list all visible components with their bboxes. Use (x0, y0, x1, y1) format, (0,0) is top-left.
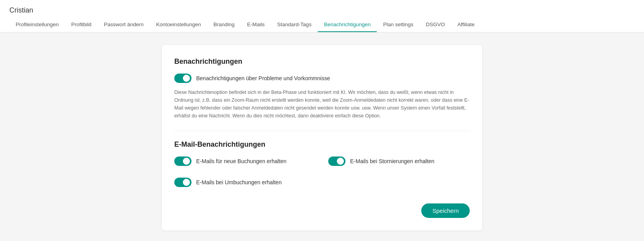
notifications-toggle-label: Benachrichtigungen über Probleme und Vor… (196, 75, 330, 81)
main-content: Benachrichtigungen Benachrichtigungen üb… (0, 32, 644, 241)
umbuchungen-slider[interactable] (174, 178, 191, 187)
umbuchungen-toggle[interactable] (174, 178, 191, 187)
notifications-description: Diese Nachrichtenoption befindet sich in… (174, 88, 470, 120)
neue-buchungen-row: E-Mails für neue Buchungen erhalten (174, 156, 316, 166)
nav-tabs: ProfileinstellungenProfilbildPasswort än… (9, 18, 635, 32)
save-row: Speichern (174, 203, 470, 218)
nav-tab-affiliate[interactable]: Affiliate (451, 18, 481, 32)
nav-tab-profilbild[interactable]: Profilbild (65, 18, 98, 32)
nav-tab-emails[interactable]: E-Mails (241, 18, 271, 32)
save-button[interactable]: Speichern (421, 203, 470, 218)
neue-buchungen-slider[interactable] (174, 156, 191, 166)
header: Cristian ProfileinstellungenProfilbildPa… (0, 0, 644, 32)
umbuchungen-label: E-Mails bei Umbuchungen erhalten (196, 179, 282, 185)
neue-buchungen-toggle[interactable] (174, 156, 191, 166)
umbuchungen-row: E-Mails bei Umbuchungen erhalten (174, 178, 316, 187)
nav-tab-dsgvo[interactable]: DSGVO (420, 18, 451, 32)
nav-tab-standard-tags[interactable]: Standard-Tags (271, 18, 318, 32)
stornierungen-label: E-Mails bei Stornierungen erhalten (350, 158, 435, 164)
stornierungen-toggle[interactable] (328, 156, 345, 166)
nav-tab-branding[interactable]: Branding (207, 18, 241, 32)
nav-tab-kontoeinstellungen[interactable]: Kontoeinstellungen (150, 18, 207, 32)
nav-tab-plan-settings[interactable]: Plan settings (377, 18, 419, 32)
settings-card: Benachrichtigungen Benachrichtigungen üb… (162, 45, 482, 230)
nav-tab-passwort[interactable]: Passwort ändern (98, 18, 150, 32)
user-name: Cristian (9, 0, 635, 18)
stornierungen-row: E-Mails bei Stornierungen erhalten (328, 156, 470, 166)
notifications-section-title: Benachrichtigungen (174, 58, 470, 66)
email-notifications-grid: E-Mails für neue Buchungen erhalten E-Ma… (174, 156, 470, 192)
nav-tab-profileeinstellungen[interactable]: Profileinstellungen (9, 18, 65, 32)
nav-tab-benachrichtigungen[interactable]: Benachrichtigungen▼ (318, 18, 377, 32)
notifications-slider[interactable] (174, 74, 191, 83)
notifications-toggle-row: Benachrichtigungen über Probleme und Vor… (174, 74, 470, 83)
notifications-toggle[interactable] (174, 74, 191, 83)
section-divider (174, 131, 470, 131)
email-notifications-section-title: E-Mail-Benachrichtigungen (174, 140, 470, 149)
stornierungen-slider[interactable] (328, 156, 345, 166)
neue-buchungen-label: E-Mails für neue Buchungen erhalten (196, 158, 286, 164)
